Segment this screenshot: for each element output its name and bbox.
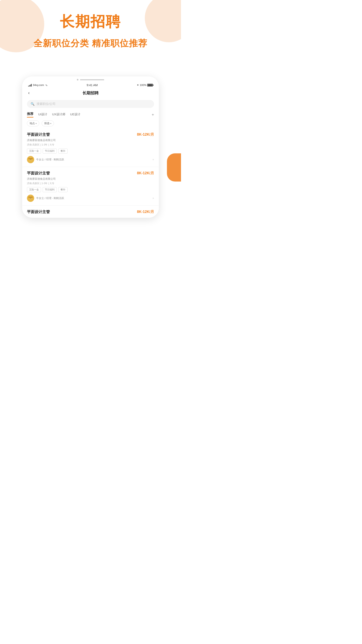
job-meta-2: 济南·高新区 | 1-3年 | 大专 (27, 182, 154, 185)
job-header-1: 平面设计主管 8K-12K/月 (27, 132, 154, 137)
job-tags-2: 五险一金 节日福利 餐补 (27, 187, 154, 192)
recruiter-status-1: 刚刚活跃 (54, 158, 64, 161)
battery-percent-label: 100% (140, 84, 146, 86)
recruiter-info-1: 牛女士 / 经理 · 刚刚活跃 (36, 158, 150, 162)
status-bar: 94xy.com ∿ 9:41 AM ✦ 100% (22, 82, 159, 88)
location-filter-button[interactable]: 地点 ▾ (27, 120, 39, 126)
recruiter-name-2: 牛女士 / 经理 (36, 196, 51, 200)
location-filter-label: 地点 (29, 122, 35, 125)
side-blob-decoration (167, 153, 181, 182)
battery-icon (147, 84, 153, 86)
status-left: 94xy.com ∿ (28, 84, 48, 87)
job-tags-1: 五险一金 节日福利 餐补 (27, 148, 154, 154)
job-tag-1-0: 五险一金 (27, 148, 41, 154)
dismiss-job-1-button[interactable]: × (152, 158, 154, 161)
screening-filter-button[interactable]: 筛选 ▾ (42, 120, 54, 126)
job-header-3: 平面设计主管 8K-12K/月 (27, 209, 154, 214)
job-tag-2-0: 五险一金 (27, 187, 41, 192)
job-meta-1: 济南·高新区 | 1-3年 | 大专 (27, 143, 154, 146)
signal-bar-3 (30, 84, 31, 86)
job-title-1: 平面设计主管 (27, 132, 50, 137)
tab-ux-designer[interactable]: UX设计师 (52, 112, 65, 117)
recruiter-avatar-2 (27, 194, 34, 202)
location-filter-arrow: ▾ (35, 122, 37, 124)
signal-bar-1 (28, 86, 29, 86)
dismiss-job-2-button[interactable]: × (152, 196, 154, 200)
add-tab-button[interactable]: + (152, 112, 154, 117)
search-icon: 🔍 (30, 102, 34, 106)
recruiter-status-2: 刚刚活跃 (54, 196, 64, 200)
signal-bar-2 (29, 85, 30, 86)
job-salary-2: 8K-12K/月 (137, 171, 154, 176)
svg-rect-9 (28, 196, 33, 198)
tabs-container: 推荐 UI设计 UX设计师 UE设计 + (22, 110, 159, 119)
nav-bar: ‹ 长期招聘 (22, 88, 159, 98)
recruiter-info-2: 牛女士 / 经理 · 刚刚活跃 (36, 196, 150, 200)
recruiter-name-1: 牛女士 / 经理 (36, 158, 51, 161)
signal-bars-icon (28, 84, 32, 86)
phone-mockup: 94xy.com ∿ 9:41 AM ✦ 100% ‹ 长期招聘 🔍 搜索职位/… (22, 76, 159, 218)
recruiter-row-1: 牛女士 / 经理 · 刚刚活跃 × (27, 156, 154, 163)
search-container: 🔍 搜索职位/公司 (22, 98, 159, 110)
recruiter-dot-2: · (52, 196, 53, 200)
recruiter-avatar-1 (27, 156, 34, 163)
svg-rect-4 (28, 158, 33, 160)
job-card-3-partial[interactable]: 平面设计主管 8K-12K/月 (22, 206, 159, 218)
tab-ui-design[interactable]: UI设计 (38, 112, 47, 117)
search-placeholder-text: 搜索职位/公司 (37, 102, 55, 106)
job-salary-3: 8K-12K/月 (137, 209, 154, 214)
job-tag-1-2: 餐补 (58, 148, 67, 154)
job-company-1: 济南赛富德食品有限公司 (27, 138, 154, 142)
tab-recommend[interactable]: 推荐 (27, 112, 33, 118)
hero-title: 长期招聘 (8, 12, 173, 32)
back-button[interactable]: ‹ (28, 90, 29, 96)
recruiter-dot-1: · (52, 158, 53, 161)
job-salary-1: 8K-12K/月 (137, 132, 154, 137)
job-tag-1-1: 节日福利 (43, 148, 57, 154)
search-bar[interactable]: 🔍 搜索职位/公司 (27, 100, 154, 108)
job-title-3: 平面设计主管 (27, 209, 50, 214)
job-card-1[interactable]: 平面设计主管 8K-12K/月 济南赛富德食品有限公司 济南·高新区 | 1-3… (22, 128, 159, 167)
recruiter-row-2: 牛女士 / 经理 · 刚刚活跃 × (27, 194, 154, 202)
job-header-2: 平面设计主管 8K-12K/月 (27, 171, 154, 176)
phone-wrapper: 94xy.com ∿ 9:41 AM ✦ 100% ‹ 长期招聘 🔍 搜索职位/… (0, 68, 181, 218)
job-card-2[interactable]: 平面设计主管 8K-12K/月 济南赛富德食品有限公司 济南·高新区 | 1-3… (22, 167, 159, 206)
job-tag-2-1: 节日福利 (43, 187, 57, 192)
carrier-label: 94xy.com (33, 84, 44, 86)
page-title: 长期招聘 (82, 90, 98, 96)
status-right: ✦ 100% (137, 84, 153, 86)
top-indicator (22, 76, 159, 82)
battery-fill (148, 84, 152, 86)
job-title-2: 平面设计主管 (27, 171, 50, 176)
bluetooth-icon: ✦ (137, 84, 139, 86)
time-display: 9:41 AM (87, 83, 98, 87)
hero-subtitle: 全新职位分类 精准职位推荐 (8, 38, 173, 49)
job-tag-2-2: 餐补 (58, 187, 67, 192)
filter-row: 地点 ▾ 筛选 ▾ (22, 119, 159, 128)
wifi-icon: ∿ (45, 84, 48, 87)
signal-bar-4 (31, 84, 32, 86)
indicator-line (80, 79, 104, 80)
indicator-dot (77, 79, 78, 80)
tab-ue-design[interactable]: UE设计 (70, 112, 80, 117)
hero-section: 长期招聘 全新职位分类 精准职位推荐 (0, 0, 181, 68)
job-company-2: 济南赛富德食品有限公司 (27, 177, 154, 181)
screening-filter-arrow: ▾ (50, 122, 51, 124)
screening-filter-label: 筛选 (44, 122, 49, 125)
